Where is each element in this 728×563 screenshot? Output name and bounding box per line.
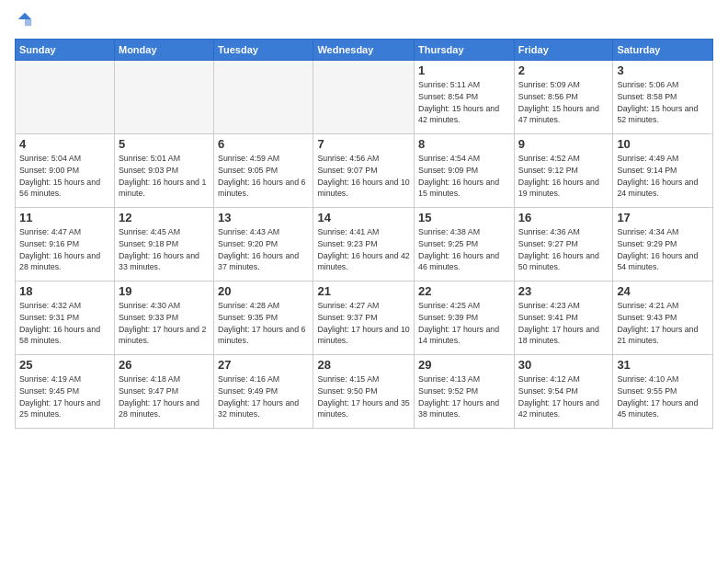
day-number: 31	[617, 358, 709, 372]
calendar-cell: 30Sunrise: 4:12 AMSunset: 9:54 PMDayligh…	[514, 355, 613, 429]
day-number: 17	[617, 211, 709, 224]
calendar-cell: 19Sunrise: 4:30 AMSunset: 9:33 PMDayligh…	[114, 282, 213, 355]
calendar-header-sunday: Sunday	[16, 40, 115, 61]
day-info: Sunrise: 4:25 AMSunset: 9:39 PMDaylight:…	[418, 300, 510, 347]
calendar-cell: 3Sunrise: 5:06 AMSunset: 8:58 PMDaylight…	[613, 61, 713, 134]
day-info: Sunrise: 4:32 AMSunset: 9:31 PMDaylight:…	[19, 300, 110, 347]
calendar-cell: 7Sunrise: 4:56 AMSunset: 9:07 PMDaylight…	[313, 134, 415, 208]
day-info: Sunrise: 4:36 AMSunset: 9:27 PMDaylight:…	[518, 226, 609, 273]
day-number: 9	[518, 137, 609, 151]
day-number: 4	[19, 137, 110, 151]
day-info: Sunrise: 4:49 AMSunset: 9:14 PMDaylight:…	[617, 153, 709, 200]
calendar-cell: 2Sunrise: 5:09 AMSunset: 8:56 PMDaylight…	[514, 61, 613, 134]
calendar-cell: 11Sunrise: 4:47 AMSunset: 9:16 PMDayligh…	[16, 208, 115, 282]
day-info: Sunrise: 4:28 AMSunset: 9:35 PMDaylight:…	[218, 300, 309, 347]
day-info: Sunrise: 4:43 AMSunset: 9:20 PMDaylight:…	[218, 226, 309, 273]
calendar-cell: 21Sunrise: 4:27 AMSunset: 9:37 PMDayligh…	[313, 282, 415, 355]
calendar-cell: 16Sunrise: 4:36 AMSunset: 9:27 PMDayligh…	[514, 208, 613, 282]
day-number: 11	[19, 211, 110, 224]
day-number: 13	[218, 211, 309, 224]
day-info: Sunrise: 4:54 AMSunset: 9:09 PMDaylight:…	[418, 153, 510, 200]
day-number: 8	[418, 137, 510, 151]
calendar-header-thursday: Thursday	[415, 40, 515, 61]
day-info: Sunrise: 4:21 AMSunset: 9:43 PMDaylight:…	[617, 300, 709, 347]
calendar-cell: 10Sunrise: 4:49 AMSunset: 9:14 PMDayligh…	[613, 134, 713, 208]
day-number: 24	[617, 284, 709, 298]
day-info: Sunrise: 4:16 AMSunset: 9:49 PMDaylight:…	[218, 373, 309, 420]
calendar-week-2: 4Sunrise: 5:04 AMSunset: 9:00 PMDaylight…	[16, 134, 713, 208]
calendar-week-4: 18Sunrise: 4:32 AMSunset: 9:31 PMDayligh…	[16, 282, 713, 355]
calendar-cell: 12Sunrise: 4:45 AMSunset: 9:18 PMDayligh…	[114, 208, 213, 282]
day-number: 30	[518, 358, 609, 372]
calendar-cell	[214, 61, 313, 134]
day-info: Sunrise: 4:18 AMSunset: 9:47 PMDaylight:…	[119, 373, 210, 420]
calendar-week-5: 25Sunrise: 4:19 AMSunset: 9:45 PMDayligh…	[16, 355, 713, 429]
day-number: 22	[418, 284, 510, 298]
calendar-cell: 28Sunrise: 4:15 AMSunset: 9:50 PMDayligh…	[313, 355, 415, 429]
calendar-header-tuesday: Tuesday	[214, 40, 313, 61]
calendar-cell: 25Sunrise: 4:19 AMSunset: 9:45 PMDayligh…	[16, 355, 115, 429]
day-number: 5	[119, 137, 210, 151]
day-number: 26	[119, 358, 210, 372]
day-number: 14	[317, 211, 410, 224]
calendar-cell	[16, 61, 115, 134]
day-number: 28	[317, 358, 410, 372]
calendar-cell: 4Sunrise: 5:04 AMSunset: 9:00 PMDaylight…	[16, 134, 115, 208]
day-info: Sunrise: 5:06 AMSunset: 8:58 PMDaylight:…	[617, 79, 709, 126]
calendar-cell: 8Sunrise: 4:54 AMSunset: 9:09 PMDaylight…	[415, 134, 515, 208]
day-info: Sunrise: 4:38 AMSunset: 9:25 PMDaylight:…	[418, 226, 510, 273]
day-number: 7	[317, 137, 410, 151]
calendar-cell: 20Sunrise: 4:28 AMSunset: 9:35 PMDayligh…	[214, 282, 313, 355]
day-info: Sunrise: 4:15 AMSunset: 9:50 PMDaylight:…	[317, 373, 410, 420]
day-info: Sunrise: 4:45 AMSunset: 9:18 PMDaylight:…	[119, 226, 210, 273]
day-info: Sunrise: 4:41 AMSunset: 9:23 PMDaylight:…	[317, 226, 410, 273]
svg-marker-1	[25, 19, 31, 26]
calendar-cell: 23Sunrise: 4:23 AMSunset: 9:41 PMDayligh…	[514, 282, 613, 355]
calendar-cell	[313, 61, 415, 134]
calendar-header-friday: Friday	[514, 40, 613, 61]
day-info: Sunrise: 4:13 AMSunset: 9:52 PMDaylight:…	[418, 373, 510, 420]
calendar-cell: 31Sunrise: 4:10 AMSunset: 9:55 PMDayligh…	[613, 355, 713, 429]
day-info: Sunrise: 4:30 AMSunset: 9:33 PMDaylight:…	[119, 300, 210, 347]
day-number: 12	[119, 211, 210, 224]
day-info: Sunrise: 4:34 AMSunset: 9:29 PMDaylight:…	[617, 226, 709, 273]
calendar-cell: 1Sunrise: 5:11 AMSunset: 8:54 PMDaylight…	[415, 61, 515, 134]
calendar-cell: 27Sunrise: 4:16 AMSunset: 9:49 PMDayligh…	[214, 355, 313, 429]
day-number: 16	[518, 211, 609, 224]
day-info: Sunrise: 4:23 AMSunset: 9:41 PMDaylight:…	[518, 300, 609, 347]
day-info: Sunrise: 4:12 AMSunset: 9:54 PMDaylight:…	[518, 373, 609, 420]
calendar-cell: 29Sunrise: 4:13 AMSunset: 9:52 PMDayligh…	[415, 355, 515, 429]
day-number: 3	[617, 63, 709, 77]
calendar-table: SundayMondayTuesdayWednesdayThursdayFrid…	[15, 39, 713, 429]
day-number: 18	[19, 284, 110, 298]
day-info: Sunrise: 5:09 AMSunset: 8:56 PMDaylight:…	[518, 79, 609, 126]
day-info: Sunrise: 5:11 AMSunset: 8:54 PMDaylight:…	[418, 79, 510, 126]
calendar-cell: 5Sunrise: 5:01 AMSunset: 9:03 PMDaylight…	[114, 134, 213, 208]
calendar-cell: 26Sunrise: 4:18 AMSunset: 9:47 PMDayligh…	[114, 355, 213, 429]
day-info: Sunrise: 5:01 AMSunset: 9:03 PMDaylight:…	[119, 153, 210, 200]
day-number: 15	[418, 211, 510, 224]
day-number: 1	[418, 63, 510, 77]
day-number: 10	[617, 137, 709, 151]
svg-marker-0	[18, 13, 31, 19]
day-info: Sunrise: 4:52 AMSunset: 9:12 PMDaylight:…	[518, 153, 609, 200]
day-number: 25	[19, 358, 110, 372]
day-number: 23	[518, 284, 609, 298]
day-info: Sunrise: 4:27 AMSunset: 9:37 PMDaylight:…	[317, 300, 410, 347]
calendar-header-wednesday: Wednesday	[313, 40, 415, 61]
day-number: 2	[518, 63, 609, 77]
calendar-week-1: 1Sunrise: 5:11 AMSunset: 8:54 PMDaylight…	[16, 61, 713, 134]
day-number: 6	[218, 137, 309, 151]
calendar-cell: 6Sunrise: 4:59 AMSunset: 9:05 PMDaylight…	[214, 134, 313, 208]
calendar-header-row: SundayMondayTuesdayWednesdayThursdayFrid…	[16, 40, 713, 61]
day-number: 29	[418, 358, 510, 372]
day-info: Sunrise: 4:47 AMSunset: 9:16 PMDaylight:…	[19, 226, 110, 273]
header	[15, 11, 713, 31]
day-number: 19	[119, 284, 210, 298]
calendar-week-3: 11Sunrise: 4:47 AMSunset: 9:16 PMDayligh…	[16, 208, 713, 282]
calendar-header-monday: Monday	[114, 40, 213, 61]
day-number: 27	[218, 358, 309, 372]
calendar-cell: 17Sunrise: 4:34 AMSunset: 9:29 PMDayligh…	[613, 208, 713, 282]
day-info: Sunrise: 4:56 AMSunset: 9:07 PMDaylight:…	[317, 153, 410, 200]
logo	[15, 11, 33, 31]
